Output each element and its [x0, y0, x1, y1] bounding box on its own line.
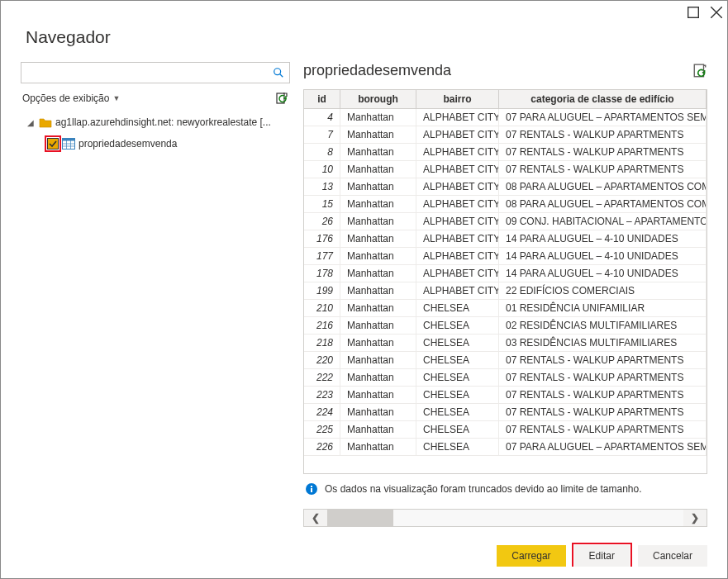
- cell-id: 177: [304, 248, 340, 264]
- horizontal-scrollbar[interactable]: ❮ ❯: [303, 509, 707, 527]
- search-input[interactable]: [26, 67, 273, 78]
- cell-category: 07 RENTALS - WALKUP APARTMENTS: [499, 144, 707, 160]
- right-pane: propriedadesemvenda id borough bairro ca…: [303, 62, 707, 567]
- cell-id: 226: [304, 439, 340, 455]
- table-row[interactable]: 224ManhattanCHELSEA07 RENTALS - WALKUP A…: [304, 404, 707, 421]
- table-row[interactable]: 225ManhattanCHELSEA07 RENTALS - WALKUP A…: [304, 421, 707, 439]
- cell-id: 225: [304, 421, 340, 438]
- cell-borough: Manhattan: [340, 404, 416, 420]
- cell-bairro: CHELSEA: [416, 335, 499, 351]
- cancel-button[interactable]: Cancelar: [638, 545, 707, 567]
- table-row[interactable]: 226ManhattanCHELSEA07 PARA ALUGUEL – APA…: [304, 439, 707, 456]
- svg-rect-0: [688, 7, 699, 18]
- preview-refresh-icon[interactable]: [692, 64, 707, 78]
- cell-borough: Manhattan: [340, 126, 416, 143]
- table-row[interactable]: 26ManhattanALPHABET CITY09 CONJ. HABITAC…: [304, 213, 707, 230]
- scroll-track[interactable]: [327, 510, 683, 526]
- cell-bairro: ALPHABET CITY: [416, 248, 499, 264]
- cell-category: 01 RESIDÊNCIA UNIFAMILIAR: [499, 300, 707, 316]
- cell-bairro: ALPHABET CITY: [416, 109, 499, 126]
- folder-icon: [39, 116, 52, 128]
- table-row[interactable]: 199ManhattanALPHABET CITY22 EDIFÍCIOS CO…: [304, 282, 707, 300]
- cell-id: 13: [304, 178, 340, 195]
- scroll-thumb[interactable]: [327, 510, 393, 526]
- cell-borough: Manhattan: [340, 369, 416, 386]
- col-id[interactable]: id: [304, 90, 340, 108]
- tree-child-label: propriedadesemvenda: [79, 138, 290, 149]
- cell-category: 07 PARA ALUGUEL – APARTAMENTOS SEM ELEVA…: [499, 109, 707, 126]
- table-row[interactable]: 176ManhattanALPHABET CITY14 PARA ALUGUEL…: [304, 230, 707, 248]
- table-row[interactable]: 15ManhattanALPHABET CITY08 PARA ALUGUEL …: [304, 196, 707, 213]
- cell-id: 7: [304, 126, 340, 143]
- cell-id: 224: [304, 404, 340, 420]
- table-row[interactable]: 216ManhattanCHELSEA02 RESIDÊNCIAS MULTIF…: [304, 317, 707, 335]
- table-row[interactable]: 218ManhattanCHELSEA03 RESIDÊNCIAS MULTIF…: [304, 335, 707, 352]
- panes: Opções de exibição ▼ ◢ ag1llap.azurehdin…: [21, 62, 707, 567]
- cell-bairro: CHELSEA: [416, 317, 499, 334]
- cell-borough: Manhattan: [340, 439, 416, 455]
- search-icon[interactable]: [273, 67, 284, 78]
- cell-id: 176: [304, 230, 340, 247]
- cell-id: 26: [304, 213, 340, 230]
- cell-borough: Manhattan: [340, 196, 416, 212]
- svg-rect-7: [63, 139, 75, 141]
- cell-category: 07 PARA ALUGUEL – APARTAMENTOS SEM ELEVA…: [499, 439, 707, 455]
- cell-borough: Manhattan: [340, 352, 416, 368]
- col-category[interactable]: categoria de classe de edifício: [499, 90, 707, 108]
- table-row[interactable]: 10ManhattanALPHABET CITY07 RENTALS - WAL…: [304, 161, 707, 178]
- maximize-icon[interactable]: [688, 7, 699, 18]
- tree-node-root[interactable]: ◢ ag1llap.azurehdinsight.net: newyorkrea…: [21, 112, 290, 133]
- svg-line-4: [280, 74, 283, 78]
- cell-bairro: CHELSEA: [416, 439, 499, 455]
- display-options-dropdown[interactable]: Opções de exibição ▼: [22, 93, 120, 104]
- tree-root-label: ag1llap.azurehdinsight.net: newyorkreale…: [55, 116, 290, 128]
- cell-id: 8: [304, 144, 340, 160]
- scroll-left-icon[interactable]: ❮: [304, 510, 327, 526]
- display-options-row: Opções de exibição ▼: [22, 92, 288, 105]
- cell-bairro: ALPHABET CITY: [416, 282, 499, 299]
- scroll-right-icon[interactable]: ❯: [683, 510, 707, 526]
- cell-borough: Manhattan: [340, 161, 416, 178]
- table-row[interactable]: 7ManhattanALPHABET CITY07 RENTALS - WALK…: [304, 126, 707, 144]
- refresh-icon[interactable]: [275, 92, 288, 105]
- table-row[interactable]: 223ManhattanCHELSEA07 RENTALS - WALKUP A…: [304, 387, 707, 404]
- preview-header: propriedadesemvenda: [303, 62, 707, 79]
- cell-borough: Manhattan: [340, 109, 416, 126]
- table-row[interactable]: 177ManhattanALPHABET CITY14 PARA ALUGUEL…: [304, 248, 707, 265]
- col-bairro[interactable]: bairro: [416, 90, 499, 108]
- cell-bairro: ALPHABET CITY: [416, 196, 499, 212]
- table-row[interactable]: 222ManhattanCHELSEA07 RENTALS - WALKUP A…: [304, 369, 707, 387]
- table-row[interactable]: 178ManhattanALPHABET CITY14 PARA ALUGUEL…: [304, 265, 707, 282]
- cell-borough: Manhattan: [340, 230, 416, 247]
- table-row[interactable]: 220ManhattanCHELSEA07 RENTALS - WALKUP A…: [304, 352, 707, 369]
- cell-id: 223: [304, 387, 340, 403]
- tree-collapse-icon[interactable]: ◢: [27, 118, 36, 127]
- button-row: Carregar Editar Cancelar: [303, 545, 707, 567]
- cell-id: 210: [304, 300, 340, 316]
- table-row[interactable]: 4ManhattanALPHABET CITY07 PARA ALUGUEL –…: [304, 109, 707, 126]
- load-button[interactable]: Carregar: [497, 545, 565, 567]
- cell-id: 4: [304, 109, 340, 126]
- table-row[interactable]: 13ManhattanALPHABET CITY08 PARA ALUGUEL …: [304, 178, 707, 196]
- col-borough[interactable]: borough: [340, 90, 416, 108]
- cell-category: 09 CONJ. HABITACIONAL – APARTAMENTOS SEM…: [499, 213, 707, 230]
- cell-id: 10: [304, 161, 340, 178]
- tree-node-child[interactable]: propriedadesemvenda: [21, 133, 290, 154]
- cell-category: 14 PARA ALUGUEL – 4-10 UNIDADES: [499, 248, 707, 264]
- cell-bairro: ALPHABET CITY: [416, 230, 499, 247]
- cell-bairro: ALPHABET CITY: [416, 178, 499, 195]
- cell-category: 07 RENTALS - WALKUP APARTMENTS: [499, 404, 707, 420]
- table-row[interactable]: 8ManhattanALPHABET CITY07 RENTALS - WALK…: [304, 144, 707, 161]
- cell-category: 02 RESIDÊNCIAS MULTIFAMILIARES: [499, 317, 707, 334]
- cell-borough: Manhattan: [340, 178, 416, 195]
- close-icon[interactable]: [711, 7, 722, 18]
- edit-button[interactable]: Editar: [574, 545, 630, 567]
- table-row[interactable]: 210ManhattanCHELSEA01 RESIDÊNCIA UNIFAMI…: [304, 300, 707, 317]
- grid-body[interactable]: 4ManhattanALPHABET CITY07 PARA ALUGUEL –…: [304, 109, 707, 473]
- cell-borough: Manhattan: [340, 317, 416, 334]
- tree-checkbox[interactable]: [47, 138, 59, 149]
- cell-bairro: ALPHABET CITY: [416, 213, 499, 230]
- cell-bairro: ALPHABET CITY: [416, 161, 499, 178]
- svg-point-3: [274, 69, 281, 75]
- preview-title: propriedadesemvenda: [303, 62, 451, 79]
